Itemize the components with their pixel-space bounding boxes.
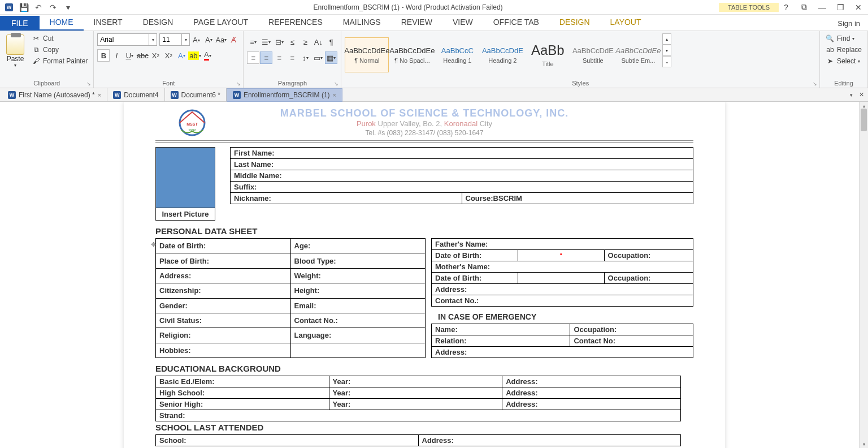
cut-button[interactable]: ✂Cut (29, 33, 90, 44)
italic-button[interactable]: I (110, 49, 123, 62)
strikethrough-button[interactable]: abc (136, 49, 149, 62)
style-subtle-em-[interactable]: AaBbCcDdEeSubtle Em... (616, 37, 660, 72)
middle-name-cell[interactable]: Middle Name: (231, 170, 693, 182)
restore-button[interactable]: ❐ (833, 1, 848, 14)
tab-insert[interactable]: INSERT (84, 15, 133, 31)
align-right-button[interactable]: ≡ (273, 51, 285, 64)
show-marks-button[interactable]: ¶ (325, 36, 337, 48)
underline-button[interactable]: U▾ (123, 49, 136, 62)
nickname-cell[interactable]: Nickname: (231, 193, 462, 204)
dialog-launcher[interactable]: ↘ (236, 81, 241, 87)
style--no-spaci-[interactable]: AaBbCcDdEe¶ No Spaci... (390, 37, 434, 72)
close-icon[interactable]: × (333, 92, 336, 98)
doc-tabs-menu[interactable]: ▾ (847, 90, 856, 100)
doc-tabs-close[interactable]: ✕ (857, 90, 866, 100)
tab-home[interactable]: HOME (40, 15, 84, 31)
school-last-table[interactable]: School:Address: (155, 434, 681, 446)
education-table[interactable]: Basic Ed./Elem:Year:Address: High School… (155, 376, 681, 421)
replace-button[interactable]: abReplace (823, 45, 864, 55)
justify-button[interactable]: ≡ (286, 51, 298, 64)
scroll-down[interactable]: ▾ (860, 440, 868, 448)
borders-button[interactable]: ▦▾ (325, 51, 337, 64)
doc-tab[interactable]: WDocument4 (107, 88, 164, 102)
font-size-dropdown[interactable]: ▾ (182, 33, 190, 46)
course-cell[interactable]: Course:BSCRIM (462, 193, 693, 204)
style-heading-2[interactable]: AaBbCcDdEHeading 2 (480, 37, 524, 72)
style-heading-1[interactable]: AaBbCcCHeading 1 (435, 37, 479, 72)
scroll-thumb[interactable] (861, 109, 867, 131)
grow-font-button[interactable]: A▴ (190, 33, 202, 46)
sign-in-link[interactable]: Sign in (830, 16, 868, 31)
first-name-cell[interactable]: First Name: (231, 148, 693, 159)
ribbon-options-button[interactable]: ⧉ (797, 1, 811, 14)
gallery-down[interactable]: ▾ (662, 45, 671, 56)
vertical-scrollbar[interactable]: ▴ ▾ (859, 102, 868, 448)
style-title[interactable]: AaBbTitle (526, 37, 570, 72)
emergency-table[interactable]: Name:Occupation: Relation:Contact No: Ad… (431, 324, 693, 358)
select-button[interactable]: ➤Select ▾ (823, 56, 862, 66)
increase-indent-button[interactable]: ≥ (299, 36, 311, 48)
dialog-launcher[interactable]: ↘ (86, 81, 91, 87)
style--normal[interactable]: AaBbCcDdEe¶ Normal (345, 37, 389, 72)
suffix-cell[interactable]: Suffix: (231, 182, 693, 193)
font-name-dropdown[interactable]: ▾ (149, 33, 157, 46)
font-color-button[interactable]: A▾ (201, 49, 214, 62)
decrease-indent-button[interactable]: ≤ (286, 36, 298, 48)
change-case-button[interactable]: Aa▾ (215, 33, 227, 46)
table-anchor-icon[interactable]: ✥ (151, 241, 156, 248)
close-icon[interactable]: × (98, 92, 101, 98)
font-name-input[interactable] (97, 33, 149, 46)
gallery-up[interactable]: ▴ (662, 33, 671, 45)
font-size-input[interactable] (159, 33, 182, 46)
format-painter-button[interactable]: 🖌Format Painter (29, 56, 90, 66)
word-icon[interactable]: W (2, 1, 16, 14)
clear-formatting-button[interactable]: A̸ (227, 33, 240, 46)
doc-tab[interactable]: WEnrollmentform_BSCRIM (1)× (227, 88, 342, 102)
tab-design[interactable]: DESIGN (133, 15, 184, 31)
sort-button[interactable]: A↓ (312, 36, 324, 48)
tab-table-layout[interactable]: LAYOUT (600, 15, 652, 31)
help-button[interactable]: ? (779, 1, 793, 14)
bullets-button[interactable]: ≡▾ (247, 36, 259, 48)
copy-button[interactable]: ⧉Copy (29, 45, 90, 55)
redo-button[interactable]: ↷ (46, 1, 60, 14)
text-effects-button[interactable]: A▾ (175, 49, 188, 62)
highlight-button[interactable]: ab▾ (188, 49, 201, 62)
tab-page-layout[interactable]: PAGE LAYOUT (183, 15, 258, 31)
customize-qat[interactable]: ▾ (61, 1, 75, 14)
line-spacing-button[interactable]: ↕▾ (299, 51, 311, 64)
name-table[interactable]: First Name: Last Name: Middle Name: Suff… (230, 147, 693, 204)
shrink-font-button[interactable]: A▾ (202, 33, 215, 46)
dialog-launcher[interactable]: ↘ (334, 81, 338, 87)
undo-button[interactable]: ↶ (32, 1, 45, 14)
minimize-button[interactable]: — (815, 1, 830, 14)
superscript-button[interactable]: X2 (162, 49, 175, 62)
tab-references[interactable]: REFERENCES (258, 15, 333, 31)
align-left-button[interactable]: ≡ (247, 51, 259, 64)
style-subtitle[interactable]: AaBbCcDdESubtitle (571, 37, 615, 72)
shading-button[interactable]: ▭▾ (312, 51, 324, 64)
tab-mailings[interactable]: MAILINGS (333, 15, 391, 31)
paste-button[interactable]: Paste ▾ (3, 33, 27, 69)
gallery-more[interactable]: ⌄ (662, 56, 671, 67)
align-center-button[interactable]: ≡ (260, 51, 272, 64)
tab-view[interactable]: VIEW (442, 15, 483, 31)
find-button[interactable]: 🔍Find ▾ (823, 33, 857, 44)
tab-office-tab[interactable]: OFFICE TAB (483, 15, 549, 31)
tab-file[interactable]: FILE (0, 16, 40, 31)
subscript-button[interactable]: X2 (149, 49, 162, 62)
document-page[interactable]: MSST1992 MARBEL SCHOOL OF SCIENCE & TECH… (124, 102, 725, 448)
personal-left-table[interactable]: Date of Birth:Age: Place of Birth:Blood … (155, 238, 426, 358)
save-button[interactable]: 💾 (17, 1, 31, 14)
numbering-button[interactable]: ☰▾ (260, 36, 272, 48)
multilevel-list-button[interactable]: ⊟▾ (273, 36, 285, 48)
close-button[interactable]: ✕ (851, 1, 866, 14)
parents-table[interactable]: Father's Name: Date of Birth:•Occupation… (431, 238, 693, 307)
bold-button[interactable]: B (97, 49, 110, 62)
tab-review[interactable]: REVIEW (391, 15, 442, 31)
doc-tab[interactable]: WFirst Name (Autosaved) *× (2, 88, 107, 102)
last-name-cell[interactable]: Last Name: (231, 159, 693, 170)
dialog-launcher[interactable]: ↘ (813, 81, 817, 87)
doc-tab[interactable]: WDocument6 * (165, 88, 227, 102)
tab-table-design[interactable]: DESIGN (549, 15, 600, 31)
